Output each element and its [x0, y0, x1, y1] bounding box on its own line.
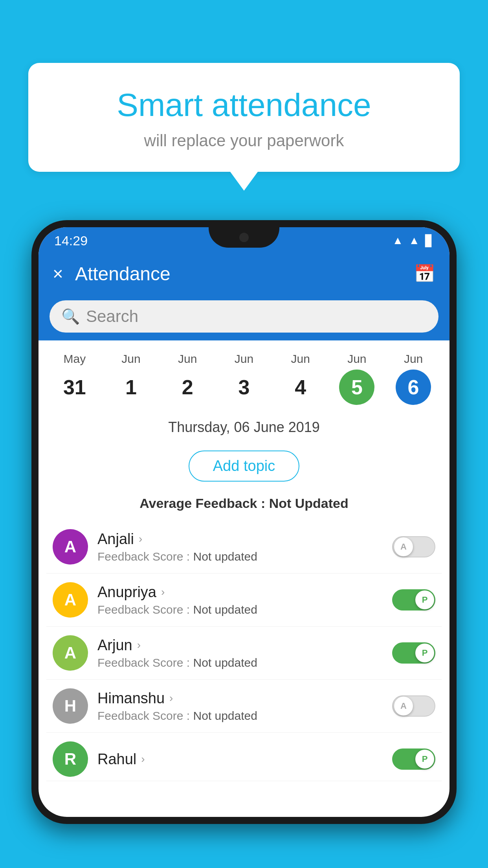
- attendance-toggle[interactable]: P: [392, 589, 435, 611]
- avatar: A: [53, 582, 88, 618]
- student-list: A Anjali › Feedback Score : Not updated …: [39, 520, 449, 781]
- app-bar: × Attendance 📅: [39, 254, 449, 293]
- phone-screen: 14:29 ▲ ▲ ▊ × Attendance 📅 🔍 Search: [39, 227, 449, 817]
- avg-feedback-value: Not Updated: [269, 496, 349, 511]
- toggle-track[interactable]: P: [392, 642, 435, 664]
- cal-month-4: Jun: [291, 352, 310, 366]
- student-info: Anupriya › Feedback Score : Not updated: [97, 584, 383, 616]
- close-button[interactable]: ×: [53, 263, 63, 284]
- toggle-track[interactable]: P: [392, 748, 435, 770]
- student-row[interactable]: H Himanshu › Feedback Score : Not update…: [46, 680, 442, 733]
- avg-feedback: Average Feedback : Not Updated: [39, 493, 449, 520]
- search-icon: 🔍: [61, 308, 80, 325]
- calendar-icon[interactable]: 📅: [414, 263, 435, 284]
- toggle-thumb: P: [415, 750, 434, 769]
- chevron-icon: ›: [161, 586, 165, 598]
- cal-month-0: May: [64, 352, 86, 366]
- calendar-strip: May 31 Jun 1 Jun 2 Jun 3 Jun 4: [39, 340, 449, 413]
- phone-notch: [209, 227, 279, 248]
- cal-date-4: 4: [283, 370, 318, 405]
- wifi-icon: ▲: [393, 234, 404, 247]
- cal-day-5[interactable]: Jun 5: [333, 352, 380, 405]
- student-info: Rahul ›: [97, 751, 383, 768]
- student-row[interactable]: A Anjali › Feedback Score : Not updated …: [46, 520, 442, 574]
- cal-day-3[interactable]: Jun 3: [220, 352, 268, 405]
- cal-date-1: 1: [114, 370, 149, 405]
- feedback-score: Feedback Score : Not updated: [97, 603, 383, 616]
- search-input[interactable]: Search: [86, 307, 138, 326]
- avatar: H: [53, 688, 88, 724]
- search-bar[interactable]: 🔍 Search: [50, 300, 438, 333]
- student-row[interactable]: A Anupriya › Feedback Score : Not update…: [46, 574, 442, 627]
- cal-date-2: 2: [170, 370, 205, 405]
- cal-month-6: Jun: [404, 352, 423, 366]
- cal-month-1: Jun: [121, 352, 140, 366]
- battery-icon: ▊: [425, 234, 434, 247]
- student-name: Anjali ›: [97, 531, 383, 548]
- chevron-icon: ›: [141, 753, 145, 765]
- attendance-toggle[interactable]: A: [392, 695, 435, 717]
- cal-month-3: Jun: [235, 352, 253, 366]
- chevron-icon: ›: [137, 639, 141, 651]
- cal-day-6[interactable]: Jun 6: [390, 352, 437, 405]
- add-topic-button[interactable]: Add topic: [189, 451, 299, 482]
- avatar: A: [53, 635, 88, 671]
- student-info: Himanshu › Feedback Score : Not updated: [97, 690, 383, 723]
- toggle-thumb: P: [415, 590, 434, 609]
- cal-date-6: 6: [396, 370, 431, 405]
- cal-date-3: 3: [226, 370, 262, 405]
- cal-month-5: Jun: [347, 352, 366, 366]
- bubble-title: Smart attendance: [48, 86, 440, 123]
- student-row[interactable]: R Rahul › P: [46, 733, 442, 781]
- feedback-score: Feedback Score : Not updated: [97, 709, 383, 723]
- student-info: Arjun › Feedback Score : Not updated: [97, 637, 383, 669]
- toggle-track[interactable]: A: [392, 695, 435, 717]
- toggle-track[interactable]: A: [392, 536, 435, 557]
- avatar: A: [53, 529, 88, 565]
- cal-date-5: 5: [339, 370, 374, 405]
- signal-icon: ▲: [409, 234, 420, 247]
- cal-day-1[interactable]: Jun 1: [108, 352, 155, 405]
- student-info: Anjali › Feedback Score : Not updated: [97, 531, 383, 563]
- student-name: Anupriya ›: [97, 584, 383, 601]
- avatar: R: [53, 741, 88, 777]
- avg-feedback-label: Average Feedback :: [139, 496, 269, 511]
- attendance-toggle[interactable]: A: [392, 536, 435, 557]
- phone-frame: 14:29 ▲ ▲ ▊ × Attendance 📅 🔍 Search: [31, 220, 457, 824]
- student-name: Rahul ›: [97, 751, 383, 768]
- speech-bubble-container: Smart attendance will replace your paper…: [28, 63, 460, 172]
- toggle-track[interactable]: P: [392, 589, 435, 611]
- bubble-subtitle: will replace your paperwork: [48, 131, 440, 150]
- cal-day-2[interactable]: Jun 2: [164, 352, 211, 405]
- cal-day-0[interactable]: May 31: [51, 352, 98, 405]
- chevron-icon: ›: [139, 533, 142, 545]
- attendance-toggle[interactable]: P: [392, 642, 435, 664]
- student-row[interactable]: A Arjun › Feedback Score : Not updated P: [46, 627, 442, 680]
- toggle-thumb: P: [415, 644, 434, 662]
- date-display: Thursday, 06 June 2019: [39, 413, 449, 440]
- status-icons: ▲ ▲ ▊: [393, 234, 434, 247]
- attendance-toggle[interactable]: P: [392, 748, 435, 770]
- status-time: 14:29: [54, 233, 88, 248]
- feedback-score: Feedback Score : Not updated: [97, 656, 383, 669]
- cal-day-4[interactable]: Jun 4: [277, 352, 324, 405]
- cal-date-0: 31: [57, 370, 92, 405]
- speech-bubble: Smart attendance will replace your paper…: [28, 63, 460, 172]
- toggle-thumb: A: [394, 697, 413, 715]
- phone-wrapper: 14:29 ▲ ▲ ▊ × Attendance 📅 🔍 Search: [31, 220, 457, 868]
- search-bar-wrapper: 🔍 Search: [39, 293, 449, 340]
- student-name: Arjun ›: [97, 637, 383, 654]
- feedback-score: Feedback Score : Not updated: [97, 550, 383, 563]
- cal-month-2: Jun: [178, 352, 197, 366]
- phone-camera: [239, 233, 249, 242]
- chevron-icon: ›: [169, 692, 173, 704]
- toggle-thumb: A: [394, 537, 413, 556]
- app-bar-title: Attendance: [75, 263, 402, 285]
- student-name: Himanshu ›: [97, 690, 383, 707]
